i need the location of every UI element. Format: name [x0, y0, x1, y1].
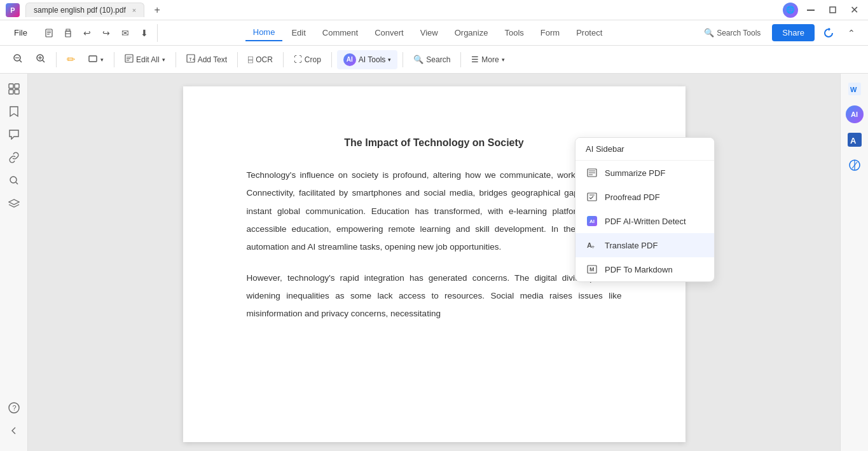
- toolbar-sep-4: [237, 52, 238, 67]
- svg-rect-7: [66, 29, 70, 31]
- sidebar-layers-icon[interactable]: [4, 193, 24, 213]
- ai-tools-btn[interactable]: AI AI Tools ▾: [337, 50, 397, 69]
- edit-all-chevron: ▾: [162, 57, 165, 63]
- dropdown-markdown[interactable]: M PDF To Markdown: [575, 257, 714, 281]
- ai-tools-dropdown: AI Sidebar Summarize PDF Proofread PDF A…: [575, 137, 715, 282]
- window-restore-icon[interactable]: [823, 1, 841, 19]
- share-button[interactable]: Share: [772, 24, 815, 41]
- highlight-btn[interactable]: ✏: [62, 50, 80, 69]
- crop-label: Crop: [305, 55, 321, 64]
- ai-detect-icon: AI: [586, 215, 598, 227]
- zoom-in-icon: [36, 53, 46, 65]
- tab-tools[interactable]: Tools: [497, 25, 531, 41]
- nav-tabs: Home Edit Comment Convert View Organize …: [160, 24, 695, 41]
- tab-convert[interactable]: Convert: [367, 25, 411, 41]
- more-btn[interactable]: ☰ More ▾: [466, 51, 509, 67]
- proofread-icon: [586, 191, 598, 203]
- dropdown-header: AI Sidebar: [575, 138, 714, 161]
- svg-line-12: [43, 60, 45, 62]
- content-area: The Impact of Technology on Society Tech…: [28, 74, 840, 451]
- ocr-icon: ⌸: [248, 55, 253, 64]
- svg-line-27: [16, 182, 18, 184]
- toolbar-sep-6: [331, 52, 332, 67]
- rs-settings-icon[interactable]: [844, 155, 865, 175]
- edit-all-label: Edit All: [136, 55, 160, 64]
- download-icon[interactable]: ⬇: [135, 24, 153, 42]
- toolbar: ✏ ▾ Edit All ▾ T+ Add Text ⌸ OCR ⛶ Crop …: [0, 46, 868, 74]
- menubar-right: 🔍 Search Tools Share ⌃: [698, 24, 860, 42]
- crop-icon: ⛶: [294, 55, 302, 64]
- titlebar-left: P sample english pdf (10).pdf × +: [5, 3, 783, 18]
- ocr-btn[interactable]: ⌸ OCR: [243, 51, 278, 67]
- svg-text:M: M: [589, 266, 595, 273]
- tab-protect[interactable]: Protect: [568, 25, 610, 41]
- window-min-icon[interactable]: [802, 1, 820, 19]
- chevron-up-icon[interactable]: ⌃: [843, 24, 860, 42]
- tab-home[interactable]: Home: [245, 24, 283, 41]
- add-text-btn[interactable]: T+ Add Text: [181, 51, 232, 68]
- rs-translate-icon[interactable]: W: [844, 79, 865, 99]
- svg-text:W: W: [850, 86, 857, 93]
- add-tab-btn[interactable]: +: [149, 3, 165, 18]
- toolbar-sep-3: [176, 52, 176, 67]
- dropdown-ai-detect[interactable]: AI PDF AI-Written Detect: [575, 209, 714, 233]
- rectangle-btn[interactable]: ▾: [83, 50, 109, 69]
- profile-icon[interactable]: 🌐: [783, 3, 798, 18]
- toolbar-sep-1: [56, 52, 57, 67]
- sync-icon[interactable]: [820, 24, 837, 42]
- window-close-icon[interactable]: ✕: [845, 1, 863, 19]
- crop-btn[interactable]: ⛶ Crop: [289, 51, 326, 67]
- svg-text:A: A: [850, 136, 857, 145]
- active-tab[interactable]: sample english pdf (10).pdf ×: [25, 3, 144, 17]
- tab-close-btn[interactable]: ×: [132, 6, 136, 14]
- pdf-paragraph-2: However, technology's rapid integration …: [247, 269, 622, 323]
- file-menu[interactable]: File: [8, 25, 34, 40]
- svg-text:?: ?: [12, 404, 16, 412]
- tab-label: sample english pdf (10).pdf: [34, 6, 126, 15]
- svg-rect-6: [65, 34, 71, 37]
- undo-icon[interactable]: ↩: [78, 24, 96, 42]
- svg-rect-23: [15, 84, 19, 88]
- rs-ai-icon[interactable]: AI: [844, 104, 865, 125]
- svg-rect-0: [807, 10, 815, 11]
- sidebar-thumbnail-icon[interactable]: [4, 79, 24, 99]
- edit-all-btn[interactable]: Edit All ▾: [120, 51, 170, 68]
- highlight-icon: ✏: [67, 53, 75, 65]
- main-area: ? The Impact of Technology on Society Te…: [0, 74, 868, 451]
- tab-organize[interactable]: Organize: [447, 25, 496, 41]
- sidebar-bottom: ?: [4, 398, 24, 446]
- ai-tools-icon: AI: [343, 53, 356, 66]
- sidebar-bookmark-icon[interactable]: [4, 102, 24, 122]
- window-controls: 🌐 ✕: [783, 1, 863, 19]
- print-icon[interactable]: [59, 24, 77, 42]
- toolbar-sep-8: [460, 52, 461, 67]
- sidebar-left-arrow[interactable]: [4, 421, 24, 441]
- search-icon: 🔍: [704, 28, 714, 37]
- search-btn[interactable]: 🔍 Search: [408, 51, 455, 67]
- zoom-out-btn[interactable]: [8, 50, 28, 69]
- sidebar-help-icon[interactable]: ?: [4, 398, 24, 418]
- rs-word-icon[interactable]: A: [844, 130, 865, 150]
- dropdown-proofread[interactable]: Proofread PDF: [575, 185, 714, 209]
- search-label: Search: [426, 55, 450, 64]
- redo-icon[interactable]: ↪: [97, 24, 115, 42]
- dropdown-translate[interactable]: A+ Translate PDF: [575, 233, 714, 257]
- zoom-in-btn[interactable]: [31, 50, 51, 69]
- search-tools-btn[interactable]: 🔍 Search Tools: [698, 25, 767, 41]
- app-logo: P: [5, 3, 20, 18]
- sidebar-link-icon[interactable]: [4, 147, 24, 168]
- chevron-down-icon: ▾: [100, 57, 104, 63]
- tab-form[interactable]: Form: [533, 25, 567, 41]
- sidebar-search-icon[interactable]: [4, 170, 24, 191]
- sidebar-comment-icon[interactable]: [4, 125, 24, 145]
- dropdown-summarize[interactable]: Summarize PDF: [575, 161, 714, 185]
- tab-edit[interactable]: Edit: [284, 25, 313, 41]
- tab-view[interactable]: View: [413, 25, 446, 41]
- svg-line-9: [20, 60, 22, 62]
- pdf-paragraph-1: Technology's influence on society is pro…: [247, 166, 622, 257]
- more-icon: ☰: [471, 55, 479, 64]
- mail-icon[interactable]: ✉: [116, 24, 134, 42]
- left-sidebar: ?: [0, 74, 28, 451]
- tab-comment[interactable]: Comment: [315, 25, 366, 41]
- new-file-icon[interactable]: [40, 24, 58, 42]
